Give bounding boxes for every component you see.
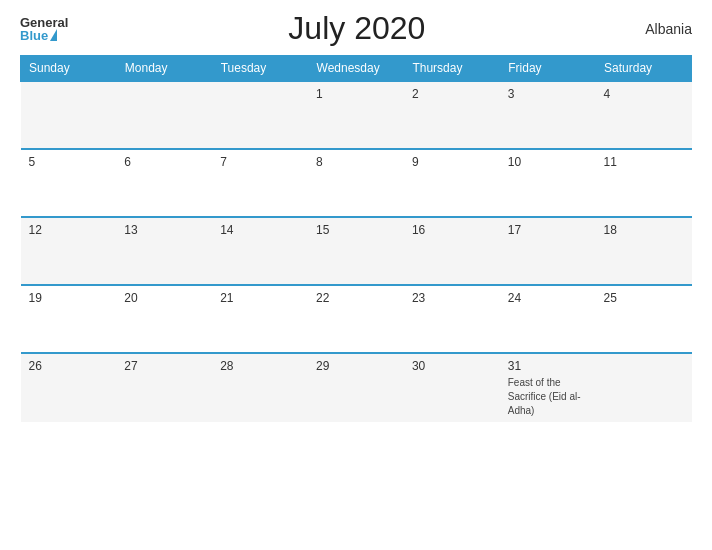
col-saturday: Saturday [596, 56, 692, 82]
calendar-cell [21, 81, 117, 149]
calendar-header-row: Sunday Monday Tuesday Wednesday Thursday… [21, 56, 692, 82]
day-number: 18 [604, 223, 684, 237]
calendar-cell: 29 [308, 353, 404, 422]
col-tuesday: Tuesday [212, 56, 308, 82]
calendar-cell: 6 [116, 149, 212, 217]
calendar-cell: 28 [212, 353, 308, 422]
day-number: 9 [412, 155, 492, 169]
day-number: 1 [316, 87, 396, 101]
col-friday: Friday [500, 56, 596, 82]
logo: General Blue [20, 16, 68, 42]
day-number: 19 [29, 291, 109, 305]
logo-triangle-icon [50, 29, 57, 41]
day-number: 14 [220, 223, 300, 237]
calendar-cell: 7 [212, 149, 308, 217]
day-number: 3 [508, 87, 588, 101]
calendar-cell: 16 [404, 217, 500, 285]
day-number: 31 [508, 359, 588, 373]
day-number: 10 [508, 155, 588, 169]
day-number: 7 [220, 155, 300, 169]
day-number: 8 [316, 155, 396, 169]
day-number: 5 [29, 155, 109, 169]
calendar-cell: 24 [500, 285, 596, 353]
calendar-cell: 18 [596, 217, 692, 285]
day-number: 20 [124, 291, 204, 305]
calendar-table: Sunday Monday Tuesday Wednesday Thursday… [20, 55, 692, 422]
day-number: 29 [316, 359, 396, 373]
day-number: 17 [508, 223, 588, 237]
calendar-cell: 30 [404, 353, 500, 422]
calendar-cell: 4 [596, 81, 692, 149]
day-number: 15 [316, 223, 396, 237]
calendar-cell [212, 81, 308, 149]
calendar-cell: 19 [21, 285, 117, 353]
day-number: 23 [412, 291, 492, 305]
day-number: 26 [29, 359, 109, 373]
calendar-cell: 22 [308, 285, 404, 353]
day-number: 21 [220, 291, 300, 305]
logo-general-text: General [20, 16, 68, 29]
calendar-cell [116, 81, 212, 149]
month-title: July 2020 [288, 10, 425, 47]
calendar-cell: 26 [21, 353, 117, 422]
calendar-header: General Blue July 2020 Albania [20, 10, 692, 47]
calendar-cell: 14 [212, 217, 308, 285]
calendar-cell: 12 [21, 217, 117, 285]
day-number: 4 [604, 87, 684, 101]
calendar-cell: 11 [596, 149, 692, 217]
day-number: 25 [604, 291, 684, 305]
calendar-page: General Blue July 2020 Albania Sunday Mo… [0, 0, 712, 550]
day-number: 22 [316, 291, 396, 305]
calendar-body: 1234567891011121314151617181920212223242… [21, 81, 692, 422]
calendar-cell: 20 [116, 285, 212, 353]
col-sunday: Sunday [21, 56, 117, 82]
calendar-cell: 17 [500, 217, 596, 285]
calendar-cell: 9 [404, 149, 500, 217]
calendar-cell: 13 [116, 217, 212, 285]
day-number: 12 [29, 223, 109, 237]
calendar-cell: 27 [116, 353, 212, 422]
day-number: 6 [124, 155, 204, 169]
day-number: 24 [508, 291, 588, 305]
day-number: 13 [124, 223, 204, 237]
logo-blue-text: Blue [20, 29, 48, 42]
calendar-cell: 25 [596, 285, 692, 353]
col-wednesday: Wednesday [308, 56, 404, 82]
calendar-cell: 8 [308, 149, 404, 217]
col-monday: Monday [116, 56, 212, 82]
day-number: 11 [604, 155, 684, 169]
col-thursday: Thursday [404, 56, 500, 82]
event-text: Feast of the Sacrifice (Eid al-Adha) [508, 377, 581, 416]
day-number: 30 [412, 359, 492, 373]
country-name: Albania [645, 21, 692, 37]
day-number: 27 [124, 359, 204, 373]
day-number: 2 [412, 87, 492, 101]
calendar-cell: 21 [212, 285, 308, 353]
calendar-cell: 10 [500, 149, 596, 217]
day-number: 16 [412, 223, 492, 237]
calendar-cell: 15 [308, 217, 404, 285]
calendar-cell: 23 [404, 285, 500, 353]
calendar-cell: 1 [308, 81, 404, 149]
calendar-cell: 2 [404, 81, 500, 149]
day-number: 28 [220, 359, 300, 373]
calendar-cell: 5 [21, 149, 117, 217]
calendar-cell: 31Feast of the Sacrifice (Eid al-Adha) [500, 353, 596, 422]
calendar-cell: 3 [500, 81, 596, 149]
calendar-cell [596, 353, 692, 422]
